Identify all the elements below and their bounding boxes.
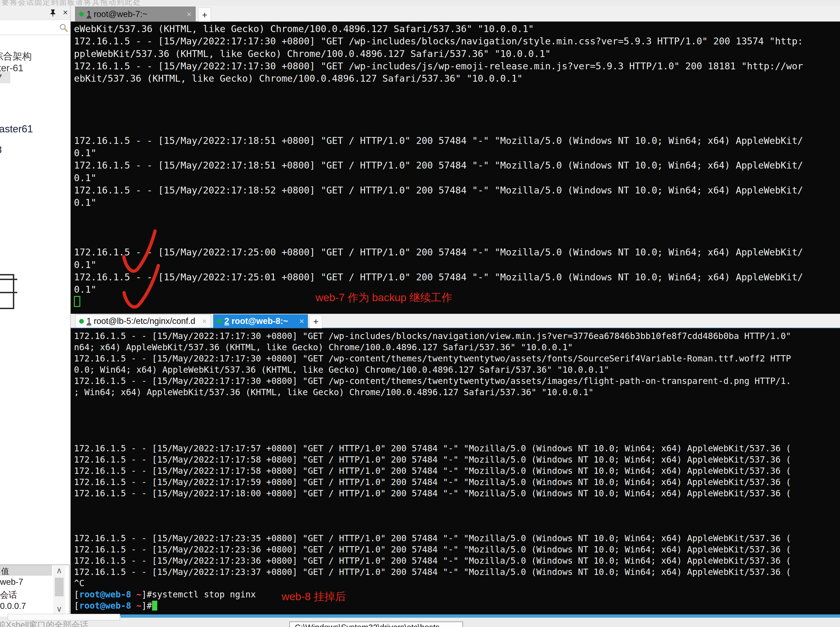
terminal-cursor [74,296,80,307]
sidebar-header: × [0,6,70,20]
scrollbar[interactable]: ∧ ∨ [53,566,65,615]
session-connected-dot [217,319,222,323]
terminal-line: 172.16.1.5 - - [15/May/2022:17:17:58 +08… [74,454,840,465]
terminal-line [74,221,840,234]
session-sidebar: × 综合架构 master-61 7 master61 8 [0,6,71,627]
terminal-line [74,110,840,122]
terminal-line: 172.16.1.5 - - [15/May/2022:17:18:51 +08… [74,159,840,172]
terminal-line: ebKit/537.36 (KHTML, like Gecko) Chrome/… [74,72,840,85]
terminal-line [74,499,840,510]
terminal-output-web8[interactable]: 172.16.1.5 - - [15/May/2022:17:17:30 +08… [71,328,840,616]
terminal-line: 0.1" [74,197,840,209]
terminal-line [74,122,840,134]
terminal-line [74,85,840,97]
terminal-line: 0.1" [74,147,840,159]
terminal-line: ^C [74,578,840,589]
tab-close-icon[interactable]: × [187,10,192,18]
session-connected-dot [79,12,84,16]
tab-lb5[interactable]: 1 root@lb-5:/etc/nginx/conf.d × [75,314,211,328]
terminal-line [74,510,840,521]
path-input[interactable]: C:\Windows\System32\drivers\etc\hosts [289,622,463,627]
value-panel-header: 值 [0,565,52,575]
terminal-line: 172.16.1.5 - - [15/May/2022:17:17:30 +08… [74,375,840,387]
terminal-line [74,398,840,409]
terminal-line: 172.16.1.5 - - [15/May/2022:17:25:01 +08… [74,271,840,284]
terminal-line: 172.16.1.5 - - [15/May/2022:17:17:57 +08… [74,443,840,454]
sidebar-item-master61[interactable]: master61 [0,123,33,135]
close-icon[interactable]: × [63,8,68,17]
session-connected-dot [79,319,84,324]
terminal-line: 0.1" [74,172,840,184]
tab-label: 1 root@lb-5:/etc/nginx/conf.d [87,316,195,326]
terminal-line [74,409,840,421]
bottom-tabbar: 1 root@lb-5:/etc/nginx/conf.d × 2 root@w… [71,314,840,328]
terminal-cursor [152,601,157,611]
tab-close-icon[interactable]: × [299,317,304,325]
scrollbar-thumb[interactable] [55,578,64,596]
window-stack-icon [0,274,14,309]
terminal-line: ppleWebKit/537.36 (KHTML, like Gecko) Ch… [74,48,840,60]
terminal-line: 172.16.1.5 - - [15/May/2022:17:23:35 +08… [74,533,840,544]
terminal-line: 0.1" [74,284,840,296]
tab-close-icon[interactable]: × [202,317,207,325]
terminal-line: 0.0; Win64; x64) AppleWebKit/537.36 (KHT… [74,364,840,375]
red-checkmark-annotation [115,224,175,314]
terminal-line: 172.16.1.5 - - [15/May/2022:17:23:36 +08… [74,544,840,555]
top-tabbar: 1 root@web-7:~ × + [71,6,840,22]
terminal-line: n64; x64) AppleWebKit/537.36 (KHTML, lik… [74,342,840,353]
terminal-line [74,209,840,221]
terminal-line: [root@web-8 ~]# [74,600,840,611]
terminal-line [74,97,840,110]
terminal-line [74,296,840,308]
terminal-line: 172.16.1.5 - - [15/May/2022:17:17:30 +08… [74,353,840,364]
sidebar-search-row[interactable] [0,20,70,35]
sidebar-item-7[interactable]: 7 [0,72,2,83]
annotation-web7-backup: web-7 作为 backup 继续工作 [316,290,452,305]
terminal-line: 172.16.1.5 - - [15/May/2022:17:18:52 +08… [74,184,840,197]
terminal-line: 172.16.1.5 - - [15/May/2022:17:17:58 +08… [74,465,840,477]
value-list-panel: 值 web-7 会话 0.0.0.7 ∧ ∨ [0,564,69,617]
tab-label: 1 root@web-7:~ [87,9,147,19]
terminal-line: 172.16.1.5 - - [15/May/2022:17:25:00 +08… [74,246,840,258]
list-item[interactable]: 0.0.0.7 [0,601,26,611]
terminal-line: 172.16.1.5 - - [15/May/2022:17:18:51 +08… [74,135,840,147]
tab-web7[interactable]: 1 root@web-7:~ × [75,6,196,21]
sidebar-item-master-61[interactable]: master-61 [0,63,24,74]
terminal-line: 172.16.1.5 - - [15/May/2022:17:17:30 +08… [74,60,840,72]
list-item[interactable]: 会话 [0,589,17,601]
new-tab-button[interactable]: + [198,8,211,22]
terminal-line [74,234,840,246]
sidebar-item-arch[interactable]: 综合架构 [0,50,32,63]
terminal-line: 172.16.1.5 - - [15/May/2022:17:23:36 +08… [74,555,840,566]
list-item[interactable]: web-7 [0,577,23,587]
new-tab-button[interactable]: + [310,315,322,328]
terminal-line [74,432,840,443]
sidebar-item-8[interactable]: 8 [0,144,2,156]
tab-label: 2 root@web-8:~ [224,316,288,326]
terminal-output-web7[interactable]: eWebKit/537.36 (KHTML, like Gecko) Chrom… [71,22,840,314]
search-icon[interactable] [59,23,68,32]
footer-strip: 前Xshell窗口的全部会话 C:\Windows\System32\drive… [0,617,840,627]
terminal-line: 172.16.1.5 - - [15/May/2022:17:17:59 +08… [74,477,840,488]
terminal-line [74,521,840,533]
terminal-line [74,421,840,432]
footer-hint-text: 前Xshell窗口的全部会话 [0,619,88,627]
scroll-down-icon[interactable]: ∨ [53,604,65,614]
terminal-window-web7: 1 root@web-7:~ × + eWebKit/537.36 (KHTML… [71,6,840,314]
scroll-up-icon[interactable]: ∧ [53,566,65,575]
annotation-web8-down: web-8 挂掉后 [282,589,346,604]
terminal-line: 172.16.1.5 - - [15/May/2022:17:18:00 +08… [74,488,840,499]
terminal-line: 0.1" [74,259,840,271]
tab-web8-active[interactable]: 2 root@web-8:~ × [213,314,308,328]
terminal-window-web8: 1 root@lb-5:/etc/nginx/conf.d × 2 root@w… [71,314,840,617]
terminal-line: ; Win64; x64) AppleWebKit/537.36 (KHTML,… [74,387,840,398]
terminal-line: [root@web-8 ~]#systemctl stop nginx [74,589,840,600]
terminal-line: eWebKit/537.36 (KHTML, like Gecko) Chrom… [74,23,840,35]
terminal-line: 172.16.1.5 - - [15/May/2022:17:17:30 +08… [74,331,840,342]
terminal-line: 172.16.1.5 - - [15/May/2022:17:17:30 +08… [74,35,840,47]
pin-icon[interactable] [49,9,57,17]
window-border-line [121,616,840,618]
terminal-line: 172.16.1.5 - - [15/May/2022:17:23:37 +08… [74,566,840,578]
